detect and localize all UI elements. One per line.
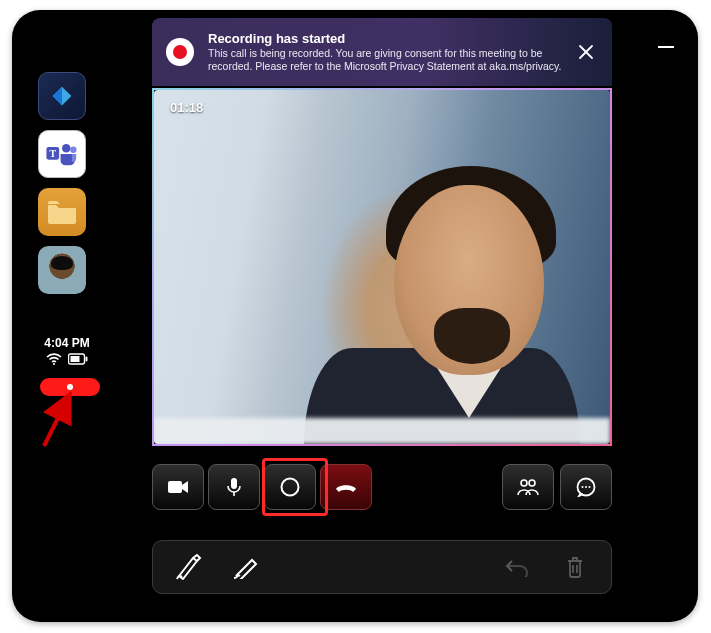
svg-point-16 — [585, 486, 587, 488]
close-icon — [578, 44, 594, 60]
teams-app-tile[interactable]: T — [38, 130, 86, 178]
svg-text:T: T — [49, 148, 56, 159]
avatar-icon — [38, 246, 86, 294]
camera-icon — [167, 479, 189, 495]
svg-rect-8 — [168, 481, 182, 493]
hangup-button[interactable] — [320, 464, 372, 510]
mic-icon — [226, 477, 242, 497]
undo-button[interactable] — [499, 549, 535, 585]
power-app-tile[interactable] — [38, 72, 86, 120]
minimize-button[interactable] — [658, 46, 674, 48]
camera-button[interactable] — [152, 464, 204, 510]
annotation-arrow — [38, 390, 78, 450]
files-app-tile[interactable] — [38, 188, 86, 236]
hangup-icon — [334, 480, 358, 494]
record-circle-icon — [280, 477, 300, 497]
participant-beard — [434, 308, 510, 364]
svg-point-4 — [53, 363, 55, 365]
participant-name-plate — [154, 418, 610, 444]
svg-rect-6 — [86, 357, 88, 362]
svg-point-11 — [282, 479, 299, 496]
chat-icon — [576, 477, 596, 497]
clock-label: 4:04 PM — [32, 336, 102, 350]
pen-tool-button[interactable] — [229, 549, 265, 585]
svg-point-3 — [70, 147, 76, 153]
stylus-tool-button[interactable] — [171, 549, 207, 585]
svg-point-2 — [62, 144, 71, 153]
svg-point-17 — [589, 486, 591, 488]
pen-icon — [233, 555, 261, 579]
banner-title: Recording has started — [208, 31, 574, 47]
banner-close-button[interactable] — [574, 40, 598, 64]
svg-rect-7 — [71, 356, 80, 362]
battery-icon — [68, 353, 88, 365]
banner-subtitle: This call is being recorded. You are giv… — [208, 47, 574, 73]
power-icon — [47, 81, 77, 111]
trash-icon — [565, 556, 585, 578]
record-dot-icon — [166, 38, 194, 66]
people-icon — [517, 478, 539, 496]
record-button[interactable] — [264, 464, 316, 510]
svg-rect-9 — [231, 478, 237, 489]
people-button[interactable] — [502, 464, 554, 510]
undo-icon — [505, 557, 529, 577]
call-timer: 01:18 — [170, 100, 203, 115]
teams-icon: T — [45, 141, 79, 167]
contact-avatar-tile[interactable] — [38, 246, 86, 294]
svg-point-13 — [529, 480, 535, 486]
chat-button[interactable] — [560, 464, 612, 510]
status-area: 4:04 PM — [32, 336, 102, 365]
wifi-icon — [46, 353, 62, 365]
stylus-icon — [175, 554, 203, 580]
device-frame: T 4:04 PM — [12, 10, 698, 622]
trash-button[interactable] — [557, 549, 593, 585]
recording-indicator-pill[interactable] — [40, 378, 100, 396]
svg-point-12 — [521, 480, 527, 486]
mic-button[interactable] — [208, 464, 260, 510]
recording-banner: Recording has started This call is being… — [152, 18, 612, 86]
app-sidebar: T — [38, 72, 96, 304]
drawing-toolbar — [152, 540, 612, 594]
video-feed[interactable]: 01:18 — [152, 88, 612, 446]
svg-point-15 — [582, 486, 584, 488]
folder-icon — [46, 199, 78, 225]
call-controls — [152, 460, 612, 514]
